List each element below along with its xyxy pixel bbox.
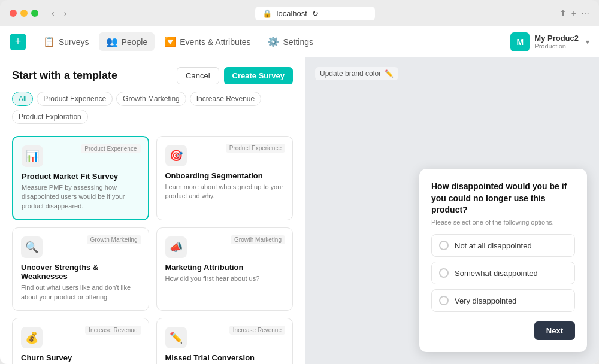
nav-items: 📋 Surveys 👥 People 🔽 Events & Attributes… (36, 32, 510, 51)
survey-subtext: Please select one of the following optio… (431, 219, 575, 226)
card-icon: 📊 (22, 145, 43, 167)
profile-name: My Produc2 (534, 34, 579, 43)
panel-header: Start with a template Cancel Create Surv… (0, 57, 305, 92)
refresh-icon: ↻ (312, 9, 319, 18)
template-card[interactable]: Product Experience 🎯 Onboarding Segmenta… (156, 136, 294, 220)
filter-tab-all[interactable]: All (12, 92, 33, 106)
survey-option[interactable]: Not at all disappointed (431, 234, 575, 257)
url-text: localhost (277, 9, 307, 18)
card-desc: Learn more about who signed up to your p… (165, 183, 285, 201)
address-bar-wrap: 🔒 localhost ↻ (75, 7, 554, 20)
address-bar[interactable]: 🔒 localhost ↻ (255, 7, 375, 20)
header-actions: Cancel Create Survey (177, 67, 293, 84)
nav-surveys-label: Surveys (59, 37, 89, 47)
minimize-button[interactable] (20, 10, 28, 17)
profile-sub: Production (534, 43, 579, 50)
option-label: Not at all disappointed (455, 241, 532, 250)
main-content: Start with a template Cancel Create Surv… (0, 57, 599, 364)
template-card[interactable]: Growth Marketing 📣 Marketing Attribution… (156, 228, 294, 311)
nav-events-label: Events & Attributes (180, 37, 250, 47)
card-desc: Measure PMF by assessing how disappointe… (22, 183, 140, 211)
brand-color-bar[interactable]: Update brand color ✏️ (315, 67, 398, 80)
option-label: Very disappointed (455, 296, 516, 305)
filter-tab-increase-revenue[interactable]: Increase Revenue (190, 92, 261, 106)
brand-color-label: Update brand color (320, 69, 381, 78)
template-grid: Product Experience 📊 Product Market Fit … (0, 131, 305, 364)
card-title: Marketing Attribution (165, 263, 285, 272)
card-badge: Growth Marketing (87, 235, 141, 244)
card-badge: Increase Revenue (229, 326, 285, 335)
card-icon: 💰 (21, 327, 43, 348)
add-button[interactable]: + (10, 34, 26, 50)
cancel-button[interactable]: Cancel (177, 67, 219, 84)
template-card[interactable]: Increase Revenue ✏️ Missed Trial Convers… (156, 318, 294, 364)
avatar: M (510, 32, 530, 51)
card-desc: How did you first hear about us? (165, 274, 285, 283)
back-button[interactable]: ‹ (48, 7, 58, 19)
toolbar-icons: ⬆ + ⋯ (559, 8, 589, 18)
nav-buttons: ‹ › (48, 7, 70, 19)
lock-icon: 🔒 (262, 9, 272, 18)
radio-circle (439, 296, 449, 305)
card-desc: Find out what users like and don't like … (21, 283, 140, 302)
survey-option[interactable]: Very disappointed (431, 289, 575, 312)
template-card[interactable]: Product Experience 📊 Product Market Fit … (12, 136, 149, 220)
radio-circle (439, 241, 449, 250)
forward-button[interactable]: › (60, 7, 71, 19)
card-icon: 🔍 (21, 236, 43, 258)
option-label: Somewhat disappointed (455, 269, 538, 278)
card-title: Churn Survey (21, 353, 140, 362)
card-title: Missed Trial Conversion (165, 353, 285, 362)
left-panel: Start with a template Cancel Create Surv… (0, 57, 305, 364)
nav-people-label: People (122, 37, 148, 47)
nav-settings-label: Settings (283, 37, 313, 47)
new-tab-icon[interactable]: + (571, 8, 576, 18)
share-icon[interactable]: ⬆ (559, 8, 567, 18)
next-button[interactable]: Next (534, 321, 575, 340)
card-badge: Product Experience (81, 144, 140, 153)
filter-tab-product-exploration[interactable]: Product Exploration (12, 110, 88, 124)
survey-footer: Next (431, 321, 575, 340)
template-card[interactable]: Increase Revenue 💰 Churn Survey Find out… (12, 318, 149, 364)
card-badge: Increase Revenue (85, 326, 141, 335)
traffic-lights (10, 10, 38, 17)
survey-question: How disappointed would you be if you cou… (431, 181, 575, 216)
close-button[interactable] (10, 10, 17, 17)
card-icon: 🎯 (165, 145, 187, 166)
card-title: Uncover Strengths & Weaknesses (21, 263, 140, 281)
card-icon: 📣 (165, 236, 187, 258)
create-survey-button[interactable]: Create Survey (224, 67, 293, 84)
maximize-button[interactable] (31, 10, 38, 17)
events-icon: 🔽 (164, 36, 176, 47)
card-title: Onboarding Segmentation (165, 171, 285, 180)
card-title: Product Market Fit Survey (22, 172, 140, 181)
nav-profile[interactable]: M My Produc2 Production ▾ (510, 32, 589, 51)
nav-item-events[interactable]: 🔽 Events & Attributes (157, 32, 258, 51)
pencil-icon: ✏️ (385, 69, 394, 78)
nav-item-people[interactable]: 👥 People (99, 32, 155, 51)
survey-preview: How disappointed would you be if you cou… (419, 169, 587, 352)
nav-item-settings[interactable]: ⚙️ Settings (260, 32, 320, 51)
more-icon[interactable]: ⋯ (581, 8, 589, 18)
template-card[interactable]: Growth Marketing 🔍 Uncover Strengths & W… (12, 228, 149, 311)
people-icon: 👥 (106, 36, 118, 47)
card-icon: ✏️ (165, 327, 187, 348)
app-nav: + 📋 Surveys 👥 People 🔽 Events & Attribut… (0, 26, 599, 57)
chevron-down-icon: ▾ (586, 38, 589, 46)
browser-chrome: ‹ › 🔒 localhost ↻ ⬆ + ⋯ (0, 0, 599, 26)
profile-info: My Produc2 Production (534, 34, 579, 50)
page-title: Start with a template (12, 69, 117, 82)
title-bar: ‹ › 🔒 localhost ↻ ⬆ + ⋯ (0, 0, 599, 26)
card-badge: Growth Marketing (231, 235, 285, 244)
survey-option[interactable]: Somewhat disappointed (431, 262, 575, 284)
nav-item-surveys[interactable]: 📋 Surveys (36, 32, 96, 51)
settings-icon: ⚙️ (267, 36, 279, 47)
filter-tabs: AllProduct ExperienceGrowth MarketingInc… (0, 92, 305, 131)
filter-tab-growth-marketing[interactable]: Growth Marketing (116, 92, 186, 106)
survey-options: Not at all disappointed Somewhat disappo… (431, 234, 575, 312)
card-badge: Product Experience (226, 144, 285, 153)
surveys-icon: 📋 (43, 36, 55, 47)
filter-tab-product-experience[interactable]: Product Experience (37, 92, 113, 106)
radio-circle (439, 268, 449, 278)
right-panel: Update brand color ✏️ How disappointed w… (305, 57, 599, 364)
